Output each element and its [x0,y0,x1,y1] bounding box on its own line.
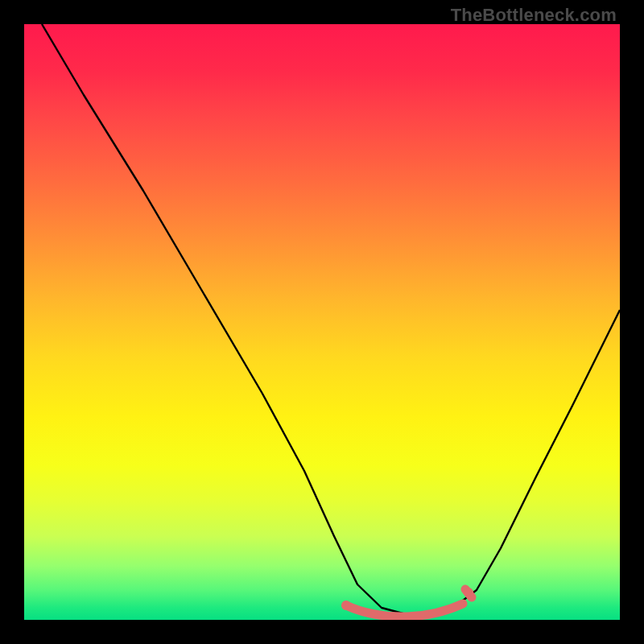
optimal-dot-left [341,601,351,610]
optimal-band [346,589,472,617]
watermark-text: TheBottleneck.com [451,5,617,26]
bottleneck-curve [24,24,620,620]
curve-path [42,24,620,614]
chart-frame: TheBottleneck.com [0,0,644,644]
optimal-dot-right [464,588,473,597]
plot-area [24,24,620,620]
